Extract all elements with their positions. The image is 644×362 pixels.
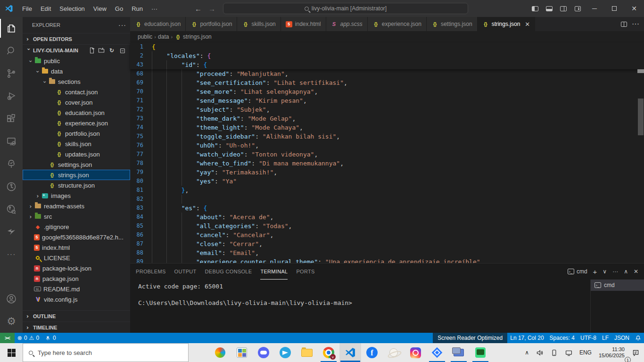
- workspace-root-row[interactable]: › LIVY-OLIVIA-MAIN ↻: [23, 44, 130, 56]
- menu-file[interactable]: File: [18, 2, 36, 15]
- tree-item-contact-json[interactable]: {}contact.json: [23, 87, 130, 97]
- taskbar-diamond-app-icon[interactable]: [426, 343, 448, 362]
- taskbar-telegram-icon[interactable]: [274, 343, 296, 362]
- breadcrumb[interactable]: public›data›{}strings.json: [130, 31, 644, 42]
- tab-experience-json[interactable]: {}experience.json: [368, 17, 427, 31]
- activity-extensions[interactable]: [0, 107, 23, 130]
- taskbar-search[interactable]: Type here to search: [23, 343, 189, 362]
- menu-[interactable]: ···: [147, 2, 162, 15]
- activity-remote-explorer[interactable]: [0, 130, 23, 153]
- new-file-icon[interactable]: [89, 47, 95, 54]
- taskbar-vscode-icon[interactable]: [339, 343, 361, 362]
- editor-more-actions-icon[interactable]: ···: [632, 20, 639, 28]
- collapse-all-icon[interactable]: [119, 47, 125, 54]
- minimize-button[interactable]: ─: [585, 0, 604, 17]
- activity-gitlens[interactable]: [0, 175, 23, 198]
- taskbar-facebook-icon[interactable]: f: [361, 343, 383, 362]
- terminal-output[interactable]: Active code page: 65001 C:\Users\Dell\Do…: [130, 280, 590, 333]
- menu-run[interactable]: Run: [127, 2, 147, 15]
- tree-item-settings-json[interactable]: {}settings.json: [23, 159, 130, 170]
- taskbar-discord-icon[interactable]: [253, 343, 274, 362]
- tree-item-vite-config-js[interactable]: Vvite.config.js: [23, 294, 130, 304]
- status-ln-17-col-20[interactable]: Ln 17, Col 20: [507, 333, 546, 343]
- scrollbar-thumb[interactable]: [638, 99, 644, 135]
- breadcrumb-file[interactable]: strings.json: [183, 33, 212, 40]
- activity-accounts[interactable]: [0, 288, 23, 310]
- activity-explorer[interactable]: [0, 17, 23, 40]
- tree-item-package-lock-json[interactable]: npackage-lock.json: [23, 263, 130, 273]
- problems-status[interactable]: ⊗0 ⚠0: [15, 333, 42, 343]
- status-utf-8[interactable]: UTF-8: [578, 333, 599, 343]
- remote-indicator[interactable]: ><: [0, 333, 15, 343]
- status-spaces-4[interactable]: Spaces: 4: [547, 333, 578, 343]
- new-folder-icon[interactable]: [98, 47, 105, 54]
- explorer-more-actions[interactable]: ···: [118, 21, 126, 29]
- phone-link-icon[interactable]: [548, 343, 561, 362]
- activity-search[interactable]: [0, 40, 23, 62]
- toggle-sidebar-icon[interactable]: [528, 2, 542, 15]
- tree-item-src[interactable]: ›src: [23, 211, 130, 222]
- activity-settings[interactable]: ⚙: [0, 310, 23, 333]
- breadcrumb-item-data[interactable]: data: [158, 33, 169, 40]
- menu-edit[interactable]: Edit: [36, 2, 55, 15]
- tree-item-experience-json[interactable]: {}experience.json: [23, 118, 130, 128]
- tree-item-education-json[interactable]: {}education.json: [23, 107, 130, 118]
- tree-item-index-html[interactable]: 5index.html: [23, 242, 130, 253]
- outline-section[interactable]: › OUTLINE: [23, 310, 130, 321]
- code-editor[interactable]: 1{2 "locales": {43 "id": { 68 "proceed":…: [130, 42, 644, 263]
- terminal-shell-selector[interactable]: >_ cmd: [568, 268, 587, 275]
- restore-button[interactable]: [604, 0, 624, 17]
- tree-item-readme-assets[interactable]: ›readme-assets: [23, 201, 130, 211]
- maximize-panel-icon[interactable]: ∧: [624, 268, 628, 275]
- activity-thunder-client[interactable]: [0, 221, 23, 243]
- terminal-instance-cmd[interactable]: >_cmd: [591, 280, 644, 291]
- tree-item-images[interactable]: ›images: [23, 190, 130, 201]
- clock[interactable]: 11:30 15/06/2025: [596, 346, 627, 359]
- tree-item-googlef5365888d6e877e2-h-[interactable]: 5googlef5365888d6e877e2.h...: [23, 232, 130, 242]
- status-json[interactable]: JSON: [611, 333, 632, 343]
- panel-tab-problems[interactable]: PROBLEMS: [136, 263, 166, 280]
- toggle-secondary-sidebar-icon[interactable]: [556, 2, 570, 15]
- hidden-icons-chevron[interactable]: ∧: [522, 343, 531, 362]
- tree-item-readme-md[interactable]: M↓README.md: [23, 284, 130, 294]
- menu-view[interactable]: View: [89, 2, 111, 15]
- back-arrow-icon[interactable]: ←: [195, 5, 202, 13]
- taskbar-copilot-icon[interactable]: [209, 343, 231, 362]
- close-panel-icon[interactable]: ✕: [634, 268, 638, 275]
- taskbar-file-explorer-icon[interactable]: [296, 343, 318, 362]
- tree-item-package-json[interactable]: npackage.json: [23, 273, 130, 284]
- activity-source-control[interactable]: [0, 62, 23, 85]
- split-editor-icon[interactable]: [621, 22, 627, 27]
- menu-selection[interactable]: Selection: [55, 2, 89, 15]
- tab-settings-json[interactable]: {}settings.json: [427, 17, 478, 31]
- command-center-search[interactable]: livy-olivia-main [Administrator]: [223, 3, 468, 14]
- language-indicator[interactable]: ENG: [577, 343, 594, 362]
- notifications-bell[interactable]: [632, 333, 644, 343]
- taskbar-instagram-icon[interactable]: [405, 343, 426, 362]
- panel-tab-debug-console[interactable]: DEBUG CONSOLE: [205, 263, 252, 280]
- activity-testing[interactable]: [0, 153, 23, 175]
- refresh-icon[interactable]: ↻: [109, 47, 114, 54]
- activity-run-debug[interactable]: [0, 85, 23, 107]
- tree-item-updates-json[interactable]: {}updates.json: [23, 149, 130, 159]
- activity-git-graph[interactable]: [0, 198, 23, 221]
- tab-index-html[interactable]: 5index.html: [281, 17, 326, 31]
- tree-item-license[interactable]: LICENSE: [23, 253, 130, 263]
- status-lf[interactable]: LF: [599, 333, 611, 343]
- tab-portfolio-json[interactable]: {}portfolio.json: [186, 17, 237, 31]
- tree-item-cover-json[interactable]: {}cover.json: [23, 97, 130, 107]
- menu-go[interactable]: Go: [111, 2, 127, 15]
- network-icon[interactable]: [562, 343, 575, 362]
- tree-item-strings-json[interactable]: {}strings.json: [23, 170, 130, 180]
- taskbar-remote-desktop-icon[interactable]: [448, 343, 470, 362]
- ports-status[interactable]: 0: [42, 333, 59, 343]
- tab-skills-json[interactable]: {}skills.json: [237, 17, 281, 31]
- tree-item-portfolio-json[interactable]: {}portfolio.json: [23, 128, 130, 139]
- open-editors-section[interactable]: › OPEN EDITORS: [23, 33, 130, 44]
- tree-item-data[interactable]: ›data: [23, 66, 130, 76]
- tree-item-sections[interactable]: ›sections: [23, 76, 130, 87]
- panel-tab-terminal[interactable]: TERMINAL: [260, 263, 288, 280]
- breadcrumb-item-public[interactable]: public: [138, 33, 152, 40]
- volume-icon[interactable]: [533, 343, 546, 362]
- taskbar-chrome-icon[interactable]: v: [318, 343, 339, 362]
